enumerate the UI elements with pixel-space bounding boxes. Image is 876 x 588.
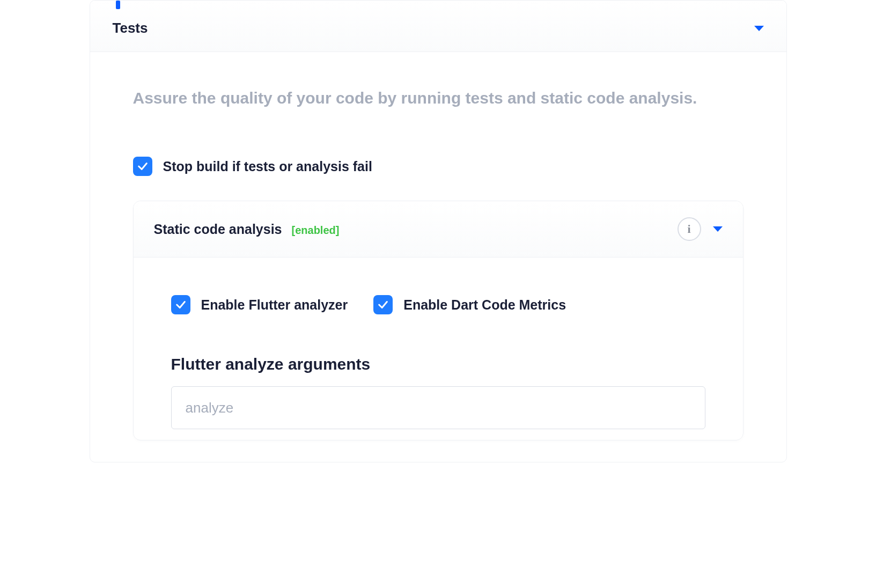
static-analysis-header-right: i [678, 217, 723, 241]
stop-build-label: Stop build if tests or analysis fail [163, 159, 372, 174]
chevron-down-icon[interactable] [754, 26, 764, 31]
flutter-analyze-args-input[interactable] [171, 386, 705, 429]
accent-bar [116, 1, 120, 9]
enable-flutter-analyzer-row: Enable Flutter analyzer [171, 295, 348, 314]
stop-build-checkbox-row: Stop build if tests or analysis fail [133, 157, 744, 176]
flutter-analyze-args-label: Flutter analyze arguments [171, 355, 705, 373]
chevron-down-icon[interactable] [713, 226, 723, 232]
tests-panel-header[interactable]: Tests [90, 1, 786, 52]
enable-dart-code-metrics-row: Enable Dart Code Metrics [373, 295, 566, 314]
tests-panel: Tests Assure the quality of your code by… [90, 0, 787, 462]
static-analysis-title: Static code analysis [154, 222, 282, 237]
static-analysis-panel: Static code analysis [enabled] i Enable … [133, 201, 744, 440]
static-analysis-header[interactable]: Static code analysis [enabled] i [134, 201, 743, 258]
check-icon [137, 160, 149, 172]
check-icon [377, 299, 389, 311]
enable-dart-code-metrics-label: Enable Dart Code Metrics [403, 297, 566, 313]
enable-dart-code-metrics-checkbox[interactable] [373, 295, 393, 314]
static-analysis-body: Enable Flutter analyzer Enable Dart Code… [134, 258, 743, 440]
tests-panel-body: Assure the quality of your code by runni… [90, 52, 786, 462]
check-icon [175, 299, 187, 311]
enable-flutter-analyzer-label: Enable Flutter analyzer [201, 297, 348, 313]
static-analysis-header-left: Static code analysis [enabled] [154, 222, 340, 237]
tests-panel-title: Tests [113, 20, 148, 36]
analysis-toggles-row: Enable Flutter analyzer Enable Dart Code… [171, 295, 705, 314]
tests-description: Assure the quality of your code by runni… [133, 87, 744, 108]
info-icon[interactable]: i [678, 217, 701, 241]
status-badge: [enabled] [292, 224, 340, 237]
stop-build-checkbox[interactable] [133, 157, 152, 176]
enable-flutter-analyzer-checkbox[interactable] [171, 295, 190, 314]
